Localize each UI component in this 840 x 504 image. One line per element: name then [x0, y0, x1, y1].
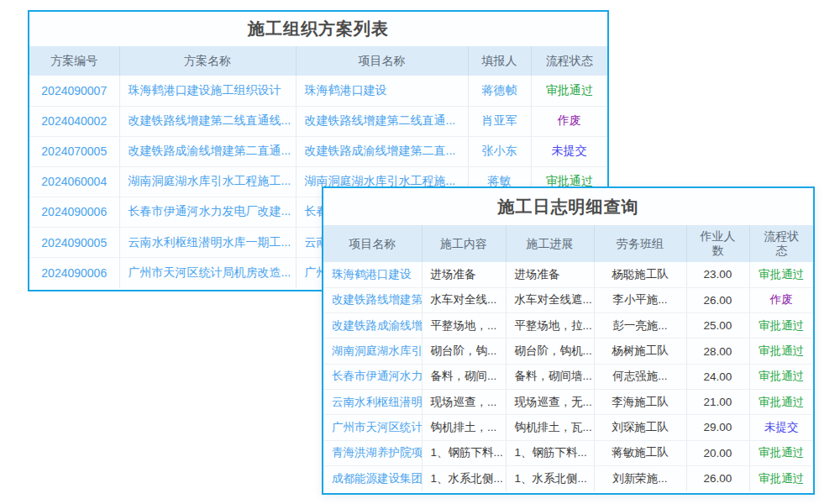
- cell-status: 作废: [749, 287, 813, 312]
- log-query-title: 施工日志明细查询: [323, 188, 813, 225]
- cell-project-name[interactable]: 改建铁路线增建第二线直通...: [296, 106, 468, 136]
- cell-worker-count: 29.00: [686, 415, 749, 440]
- column-header-work-content: 施工内容: [422, 225, 506, 262]
- table-row: 长春市伊通河水力备料，砌间...备料，砌间墙...何志强施...24.00审批通…: [323, 364, 813, 389]
- cell-project-name[interactable]: 改建铁路成渝线增建第二直...: [296, 136, 468, 166]
- cell-status: 未提交: [531, 136, 607, 166]
- cell-plan-id[interactable]: 2024040002: [29, 106, 119, 136]
- table-row: 广州市天河区统计钩机排土，...钩机排土，瓦...刘琛施工队29.00未提交: [323, 415, 813, 440]
- cell-work-progress: 现场巡查，无...: [506, 389, 594, 414]
- cell-labor-team: 杨树施工队: [594, 339, 686, 364]
- table-row: 青海洪湖养护院项1、钢筋下料...1、钢筋下料...蒋敏施工队20.00审批通过: [323, 440, 813, 465]
- cell-plan-name[interactable]: 云南水利枢纽潜明水库一期工...: [119, 227, 296, 257]
- column-header-work-progress: 施工进展: [506, 225, 594, 262]
- cell-work-content: 备料，砌间...: [422, 364, 506, 389]
- cell-project-name[interactable]: 成都能源建设集团: [323, 465, 422, 491]
- cell-labor-team: 李海施工队: [594, 389, 686, 414]
- cell-worker-count: 25.00: [686, 313, 749, 339]
- cell-work-progress: 平整场地，拉...: [506, 313, 594, 339]
- cell-labor-team: 杨聪施工队: [594, 262, 686, 287]
- header-row: 方案编号方案名称项目名称填报人流程状态: [29, 46, 607, 76]
- cell-worker-count: 26.00: [686, 287, 749, 312]
- cell-work-progress: 进场准备: [506, 262, 594, 287]
- cell-status: 审批通过: [531, 76, 607, 106]
- cell-plan-id[interactable]: 2024090007: [29, 76, 119, 106]
- cell-labor-team: 蒋敏施工队: [594, 440, 686, 465]
- cell-worker-count: 26.00: [686, 465, 749, 491]
- cell-work-content: 进场准备: [422, 262, 506, 287]
- cell-labor-team: 刘新荣施...: [594, 465, 686, 491]
- cell-project-name[interactable]: 云南水利枢纽潜明: [323, 389, 422, 414]
- cell-status: 作废: [531, 106, 607, 136]
- cell-project-name[interactable]: 珠海鹤港口建设: [323, 262, 422, 287]
- cell-work-content: 现场巡查，...: [422, 389, 506, 414]
- cell-status: 审批通过: [749, 313, 813, 339]
- column-header-status: 流程状态: [531, 46, 607, 76]
- table-row: 云南水利枢纽潜明现场巡查，...现场巡查，无...李海施工队21.00审批通过: [323, 389, 813, 414]
- cell-work-content: 1、钢筋下料...: [422, 440, 506, 465]
- column-header-filler: 填报人: [468, 46, 531, 76]
- cell-work-progress: 钩机排土，瓦...: [506, 415, 594, 440]
- cell-work-content: 1、水系北侧...: [422, 465, 506, 491]
- cell-work-content: 钩机排土，...: [422, 415, 506, 440]
- cell-work-content: 砌台阶，钩...: [422, 339, 506, 364]
- cell-status: 审批通过: [749, 339, 813, 364]
- cell-project-name[interactable]: 青海洪湖养护院项: [323, 440, 422, 465]
- table-row: 改建铁路线增建第水车对全线...水车对全线遮...李小平施...26.00作废: [323, 287, 813, 312]
- column-header-project-name: 项目名称: [296, 46, 468, 76]
- column-header-plan-id: 方案编号: [29, 46, 119, 76]
- cell-labor-team: 刘琛施工队: [594, 415, 686, 440]
- cell-status: 审批通过: [749, 262, 813, 287]
- cell-plan-id[interactable]: 2024070005: [29, 136, 119, 166]
- log-query-table: 项目名称施工内容施工进展劳务班组作业人数流程状态珠海鹤港口建设进场准备进场准备杨…: [323, 225, 813, 491]
- cell-plan-name[interactable]: 改建铁路成渝线增建第二直通...: [119, 136, 296, 166]
- cell-labor-team: 何志强施...: [594, 364, 686, 389]
- cell-plan-id[interactable]: 2024090005: [29, 227, 119, 257]
- table-row: 珠海鹤港口建设进场准备进场准备杨聪施工队23.00审批通过: [323, 262, 813, 287]
- cell-status: 审批通过: [749, 440, 813, 465]
- cell-work-content: 水车对全线...: [422, 287, 506, 312]
- page: 施工组织方案列表 方案编号方案名称项目名称填报人流程状态2024090007珠海…: [0, 0, 840, 504]
- cell-plan-id[interactable]: 2024060004: [29, 166, 119, 197]
- cell-plan-id[interactable]: 2024090006: [29, 197, 119, 227]
- plan-list-title: 施工组织方案列表: [29, 12, 607, 46]
- cell-work-progress: 1、钢筋下料...: [506, 440, 594, 465]
- log-query-panel: 施工日志明细查询 项目名称施工内容施工进展劳务班组作业人数流程状态珠海鹤港口建设…: [322, 186, 815, 495]
- column-header-worker-count: 作业人数: [686, 225, 749, 262]
- cell-plan-name[interactable]: 长春市伊通河水力发电厂改建...: [119, 197, 296, 227]
- cell-work-progress: 1、水系北侧...: [506, 465, 594, 491]
- cell-project-name[interactable]: 长春市伊通河水力: [323, 364, 422, 389]
- column-header-project-name: 项目名称: [323, 225, 422, 262]
- cell-plan-name[interactable]: 改建铁路线增建第二线直通线...: [119, 106, 296, 136]
- cell-work-progress: 备料，砌间墙...: [506, 364, 594, 389]
- cell-worker-count: 28.00: [686, 339, 749, 364]
- table-row: 2024070005改建铁路成渝线增建第二直通...改建铁路成渝线增建第二直..…: [29, 136, 607, 166]
- cell-filler[interactable]: 蒋德帧: [468, 76, 531, 106]
- cell-labor-team: 彭一亮施...: [594, 313, 686, 339]
- cell-project-name[interactable]: 改建铁路线增建第: [323, 287, 422, 312]
- header-row: 项目名称施工内容施工进展劳务班组作业人数流程状态: [323, 225, 813, 262]
- cell-plan-id[interactable]: 2024090006: [29, 258, 119, 288]
- cell-filler[interactable]: 张小东: [468, 136, 531, 166]
- cell-plan-name[interactable]: 广州市天河区统计局机房改造...: [119, 258, 296, 288]
- cell-status: 审批通过: [749, 389, 813, 414]
- table-row: 成都能源建设集团1、水系北侧...1、水系北侧...刘新荣施...26.00审批…: [323, 465, 813, 491]
- cell-project-name[interactable]: 湖南洞庭湖水库引: [323, 339, 422, 364]
- cell-status: 审批通过: [749, 465, 813, 491]
- cell-project-name[interactable]: 珠海鹤港口建设: [296, 76, 468, 106]
- column-header-status: 流程状态: [749, 225, 813, 262]
- cell-filler[interactable]: 肖亚军: [468, 106, 531, 136]
- cell-plan-name[interactable]: 湖南洞庭湖水库引水工程施工...: [119, 166, 296, 197]
- table-row: 2024090007珠海鹤港口建设施工组织设计珠海鹤港口建设蒋德帧审批通过: [29, 76, 607, 106]
- cell-work-progress: 水车对全线遮...: [506, 287, 594, 312]
- column-header-plan-name: 方案名称: [119, 46, 296, 76]
- cell-worker-count: 21.00: [686, 389, 749, 414]
- cell-plan-name[interactable]: 珠海鹤港口建设施工组织设计: [119, 76, 296, 106]
- cell-work-progress: 砌台阶，钩机...: [506, 339, 594, 364]
- cell-project-name[interactable]: 改建铁路成渝线增: [323, 313, 422, 339]
- cell-project-name[interactable]: 广州市天河区统计: [323, 415, 422, 440]
- column-header-labor-team: 劳务班组: [594, 225, 686, 262]
- table-row: 湖南洞庭湖水库引砌台阶，钩...砌台阶，钩机...杨树施工队28.00审批通过: [323, 339, 813, 364]
- cell-status: 未提交: [749, 415, 813, 440]
- cell-work-content: 平整场地，...: [422, 313, 506, 339]
